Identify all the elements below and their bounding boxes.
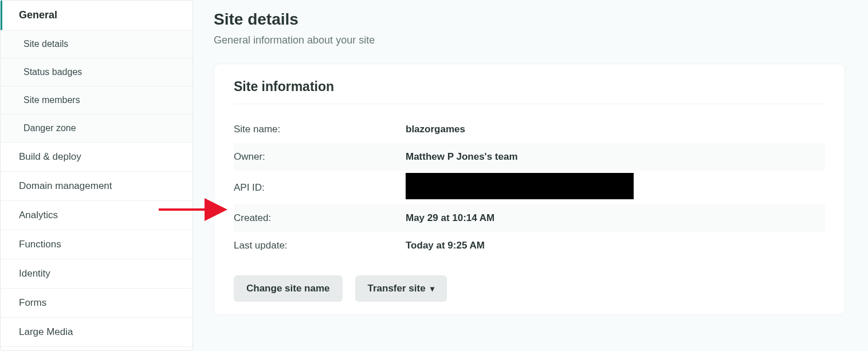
site-info-table: Site name: blazorgames Owner: Matthew P …	[234, 116, 825, 259]
info-label: Site name:	[234, 124, 406, 135]
sidebar-subitem-label: Danger zone	[23, 123, 76, 133]
info-row-api-id: API ID:	[234, 171, 825, 204]
info-value-site-name: blazorgames	[406, 124, 465, 135]
sidebar-subitem-site-members[interactable]: Site members	[1, 86, 193, 115]
sidebar-subitem-danger-zone[interactable]: Danger zone	[1, 115, 193, 143]
info-row-site-name: Site name: blazorgames	[234, 116, 825, 143]
info-label: Owner:	[234, 151, 406, 163]
sidebar-item-forms[interactable]: Forms	[1, 289, 193, 318]
info-value-api-id	[406, 179, 634, 196]
site-information-card: Site information Site name: blazorgames …	[214, 64, 845, 315]
sidebar-item-identity[interactable]: Identity	[1, 259, 193, 289]
sidebar-subitem-label: Status badges	[23, 67, 82, 77]
card-actions: Change site name Transfer site ▾	[234, 275, 825, 302]
page-subtitle: General information about your site	[214, 34, 845, 46]
sidebar-item-label: Analytics	[19, 210, 58, 221]
sidebar-item-analytics[interactable]: Analytics	[1, 201, 193, 230]
info-label: Created:	[234, 212, 406, 224]
sidebar-subitem-site-details[interactable]: Site details	[1, 30, 193, 58]
sidebar-item-label: Domain management	[19, 180, 112, 192]
sidebar-item-label: General	[19, 9, 57, 21]
sidebar-item-label: Functions	[19, 239, 61, 250]
sidebar-item-build-deploy[interactable]: Build & deploy	[1, 143, 193, 172]
info-value-owner: Matthew P Jones's team	[406, 151, 518, 163]
sidebar-item-functions[interactable]: Functions	[1, 230, 193, 259]
change-site-name-button[interactable]: Change site name	[234, 275, 343, 302]
redacted-block	[406, 173, 634, 199]
info-value-created: May 29 at 10:14 AM	[406, 212, 494, 224]
button-label: Transfer site	[368, 283, 426, 294]
sidebar-subitem-label: Site members	[23, 95, 80, 105]
button-label: Change site name	[246, 283, 330, 294]
sidebar-item-label: Build & deploy	[19, 151, 81, 163]
sidebar-item-label: Large Media	[19, 326, 73, 338]
info-row-owner: Owner: Matthew P Jones's team	[234, 143, 825, 171]
sidebar-item-domain-management[interactable]: Domain management	[1, 172, 193, 201]
sidebar-subitem-label: Site details	[23, 39, 68, 49]
info-value-last-update: Today at 9:25 AM	[406, 240, 485, 251]
chevron-down-icon: ▾	[430, 284, 434, 293]
main-content: Site details General information about y…	[193, 0, 868, 351]
card-title: Site information	[234, 79, 825, 104]
info-row-last-update: Last update: Today at 9:25 AM	[234, 232, 825, 259]
info-row-created: Created: May 29 at 10:14 AM	[234, 204, 825, 232]
transfer-site-button[interactable]: Transfer site ▾	[355, 275, 447, 302]
sidebar-item-label: Identity	[19, 268, 50, 279]
sidebar-item-general[interactable]: General	[1, 1, 193, 30]
settings-sidebar: General Site details Status badges Site …	[0, 0, 193, 351]
sidebar-item-large-media[interactable]: Large Media	[1, 318, 193, 347]
info-label: API ID:	[234, 182, 406, 194]
page-title: Site details	[214, 10, 845, 29]
info-label: Last update:	[234, 240, 406, 251]
sidebar-subitem-status-badges[interactable]: Status badges	[1, 58, 193, 86]
sidebar-item-label: Forms	[19, 297, 46, 309]
